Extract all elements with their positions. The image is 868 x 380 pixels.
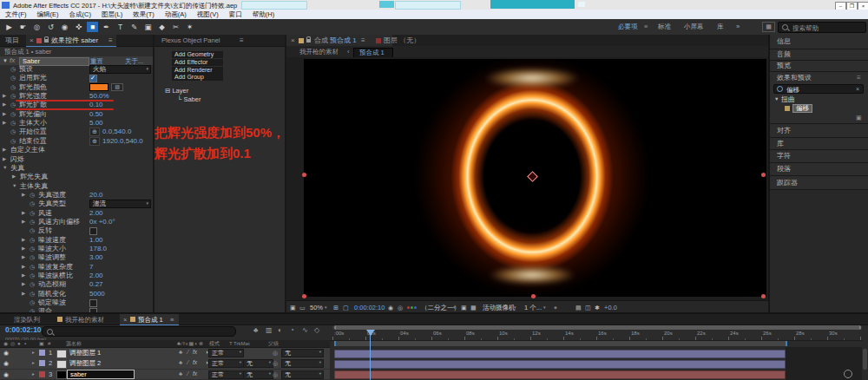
view-layout-dropdown[interactable]: 1 个...: [524, 305, 542, 311]
stopwatch-icon[interactable]: ◷: [30, 254, 35, 260]
timeline-layer-row[interactable]: ◉▸3saber♣⁄fx正常▾无▾◎无▾: [0, 370, 868, 380]
mask-visibility-icon[interactable]: ▢: [343, 305, 349, 311]
panel-menu-icon[interactable]: ≡: [361, 37, 365, 44]
timeline-layer-row[interactable]: ◉▸1调整图层 1♣⁄fx◑正常▾◎无▾: [0, 348, 868, 358]
flowchart-icon[interactable]: ◫: [585, 305, 591, 311]
stopwatch-icon[interactable]: ◷: [10, 66, 16, 72]
expander-icon[interactable]: ▶: [3, 94, 6, 99]
expander-icon[interactable]: ▶: [12, 174, 16, 180]
param-label[interactable]: 失真: [10, 165, 24, 172]
snapshot-icon[interactable]: ◉: [388, 305, 393, 311]
current-time-display[interactable]: 0:00:02:10: [5, 326, 42, 334]
col-source-name[interactable]: 源名称: [66, 341, 82, 346]
param-label[interactable]: 辉光失真: [20, 174, 48, 180]
sidebar-panel-2[interactable]: 预览: [770, 61, 868, 71]
param-value[interactable]: 0.50: [89, 111, 103, 118]
color-swatch[interactable]: [89, 83, 108, 91]
tab-footage[interactable]: 我开枪的素材: [65, 317, 104, 324]
panel-menu-icon[interactable]: ≡: [857, 75, 861, 82]
stopwatch-icon[interactable]: ◷: [30, 219, 35, 225]
work-area-bar[interactable]: [334, 341, 787, 346]
tab-close-icon[interactable]: ×: [123, 317, 127, 324]
layer-parent-dropdown[interactable]: 无▾: [281, 370, 324, 379]
layer-visibility-icon[interactable]: ◉: [3, 350, 9, 356]
param-dropdown[interactable]: 湍流▾: [89, 200, 151, 208]
expander-icon[interactable]: ▶: [22, 282, 25, 287]
layer-collapse-icon[interactable]: ⁄: [187, 371, 188, 377]
layer-collapse-icon[interactable]: ⁄: [187, 350, 188, 356]
layer-label-color[interactable]: [39, 371, 45, 377]
expander-icon[interactable]: ▼: [774, 97, 779, 102]
param-value[interactable]: 5000: [89, 291, 105, 298]
layer-shy-icon[interactable]: ♣: [179, 360, 182, 366]
layer-expand-icon[interactable]: ▸: [32, 372, 35, 377]
parent-pickwhip-icon[interactable]: ◎: [273, 371, 278, 377]
sidebar-panel-b3[interactable]: 段落: [770, 163, 868, 175]
param-value[interactable]: 178.0: [89, 246, 107, 252]
workspace-1[interactable]: 标准: [658, 23, 671, 30]
text-tool[interactable]: T: [115, 22, 126, 32]
parent-pickwhip-icon[interactable]: ◎: [273, 360, 278, 366]
plexus-button-add-group[interactable]: Add Group: [172, 74, 223, 81]
position-crosshair-icon[interactable]: ⊕: [89, 137, 100, 146]
plexus-tree-layer[interactable]: ⊟ Layer: [165, 88, 188, 95]
fast-previews-icon[interactable]: ▤: [575, 305, 582, 311]
expander-icon[interactable]: ▶: [22, 265, 25, 270]
plexus-button-add-geometry[interactable]: Add Geometry: [172, 51, 223, 58]
sidebar-panel-b4[interactable]: 跟踪器: [770, 176, 868, 189]
workspace-4[interactable]: »: [736, 23, 740, 30]
show-snapshot-icon[interactable]: ◎: [398, 305, 403, 311]
rows-scrollbar[interactable]: [863, 349, 867, 370]
layer-mode-dropdown[interactable]: 正常▾: [208, 370, 244, 379]
stopwatch-icon[interactable]: ◷: [30, 264, 35, 270]
exposure-gear-icon[interactable]: ✱: [595, 305, 600, 311]
clone-stamp-tool[interactable]: ▣: [142, 22, 154, 32]
plexus-tree-saber[interactable]: └ Saber: [177, 96, 201, 103]
timeline-layer-row[interactable]: ◉▸2调整图层 2♣⁄fx◑正常▾无▾◎无▾: [0, 358, 868, 369]
expander-icon[interactable]: ▶: [22, 246, 25, 252]
parent-pickwhip-icon[interactable]: ◎: [273, 350, 278, 356]
puppet-tool[interactable]: ✶: [184, 22, 195, 32]
close-button[interactable]: ×: [858, 2, 868, 10]
layer-name[interactable]: 调整图层 1: [69, 350, 101, 357]
stopwatch-icon[interactable]: ◷: [10, 75, 16, 81]
sidebar-panel-b0[interactable]: 对齐: [770, 124, 868, 137]
new-folder-icon[interactable]: ▣: [856, 115, 862, 121]
layer-expand-icon[interactable]: ▸: [32, 361, 35, 366]
layer-visibility-icon[interactable]: ◉: [3, 371, 9, 377]
menu-item-0[interactable]: 文件(F): [5, 10, 27, 19]
expander-icon[interactable]: ▶: [3, 121, 6, 126]
stopwatch-icon[interactable]: ◷: [30, 272, 35, 278]
menu-item-3[interactable]: 图层(L): [102, 10, 122, 19]
stopwatch-icon[interactable]: ◷: [30, 210, 35, 216]
stopwatch-icon[interactable]: ◷: [30, 299, 35, 305]
always-preview-icon[interactable]: ▣: [290, 305, 296, 311]
grid-guides-icon[interactable]: ⊞: [333, 305, 339, 311]
transparency-grid-icon[interactable]: ▦: [470, 305, 477, 311]
minimize-button[interactable]: –: [835, 2, 846, 10]
expander-icon[interactable]: ▶: [22, 211, 25, 216]
expander-icon[interactable]: ▼: [3, 166, 7, 171]
param-dropdown[interactable]: 火焰▾: [89, 65, 151, 74]
expander-icon[interactable]: ▶: [3, 102, 6, 108]
stopwatch-icon[interactable]: ◷: [10, 120, 16, 126]
layer-mode-dropdown[interactable]: 正常▾: [208, 349, 244, 357]
layer-duration-bar[interactable]: [334, 350, 786, 358]
stopwatch-icon[interactable]: ◷: [30, 237, 35, 243]
expander-icon[interactable]: ▶: [22, 255, 25, 260]
tab-layer[interactable]: 图层 （无）: [384, 37, 420, 44]
layer-name[interactable]: saber: [70, 371, 87, 378]
param-value[interactable]: 0.10: [89, 102, 103, 108]
effects-search-box[interactable]: 偏移×: [773, 84, 864, 94]
restore-button[interactable]: ❐: [846, 2, 858, 10]
expander-icon[interactable]: ▶: [22, 273, 25, 278]
eraser-tool[interactable]: ◆: [156, 22, 168, 32]
plexus-button-add-renderer[interactable]: Add Renderer: [172, 67, 223, 74]
menu-item-7[interactable]: 窗口: [229, 10, 242, 19]
help-search-box[interactable]: 搜索帮助: [778, 22, 866, 33]
rotation-tool[interactable]: ↺: [45, 22, 56, 32]
param-value[interactable]: 0.0,540.0: [102, 128, 131, 135]
menu-item-2[interactable]: 合成(C): [69, 10, 91, 19]
expander-icon[interactable]: ▶: [22, 193, 25, 198]
workspace-3[interactable]: 库: [717, 23, 724, 30]
